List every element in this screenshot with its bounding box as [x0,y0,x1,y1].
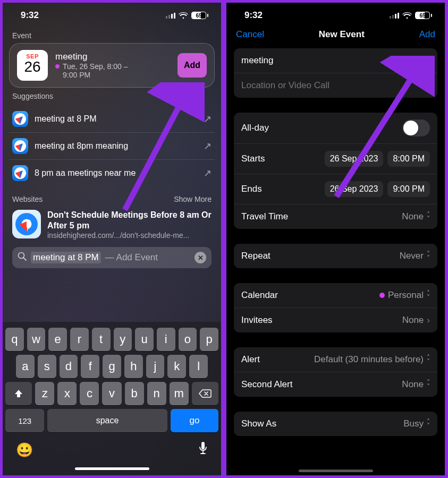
key-m[interactable]: m [170,382,189,405]
wifi-icon [402,12,412,19]
svg-rect-2 [201,442,205,449]
cellular-signal-icon [166,13,175,19]
suggestion-item[interactable]: meeting at 8pm meaning ↗ [9,132,215,159]
clear-search-button[interactable]: ✕ [195,252,206,263]
cancel-button[interactable]: Cancel [236,29,264,40]
spotlight-search-screen: 9:32 65 Event SEP 26 [1,1,223,477]
stepper-icon: ˄˅ [427,252,430,261]
stepper-icon: ˄˅ [427,380,430,389]
dictation-key[interactable] [198,441,208,459]
end-date-picker[interactable]: 26 Sep 2023 [325,181,384,197]
alert-row[interactable]: Alert Default (30 minutes before)˄˅ [234,347,437,372]
chevron-right-icon: › [427,315,430,326]
svg-line-1 [23,258,26,260]
suggestions-header: Suggestions [12,92,212,100]
space-key[interactable]: space [47,409,167,432]
calendar-date-icon: SEP 26 [17,50,48,81]
key-w[interactable]: w [27,328,46,351]
title-field[interactable]: meeting [234,48,437,73]
safari-app-icon [12,210,41,238]
location-field[interactable]: Location or Video Call [234,73,437,98]
key-c[interactable]: c [80,382,99,405]
status-time: 9:32 [244,10,263,21]
fill-arrow-icon[interactable]: ↗ [204,113,212,125]
event-section-header: Event [12,31,212,40]
battery-icon: 65 [191,12,208,19]
keyboard: qwertyuiop asdfghjkl zxcvbnm 123 space g… [3,322,221,475]
key-f[interactable]: f [81,355,99,378]
key-v[interactable]: v [102,382,121,405]
key-s[interactable]: s [38,355,56,378]
key-p[interactable]: p [200,328,218,351]
key-j[interactable]: j [146,355,165,378]
travel-time-row[interactable]: Travel Time None˄˅ [234,204,437,229]
website-result[interactable]: Don't Schedule Meetings Before 8 am Or A… [9,208,215,242]
stepper-icon: ˄˅ [427,420,430,429]
key-n[interactable]: n [147,382,166,405]
key-l[interactable]: l [189,355,208,378]
key-g[interactable]: g [103,355,121,378]
all-day-toggle[interactable] [402,120,430,136]
show-as-row[interactable]: Show As Busy˄˅ [234,412,437,436]
navigation-bar: Cancel New Event Add [226,25,445,48]
stepper-icon: ˄˅ [427,355,430,364]
key-h[interactable]: h [124,355,143,378]
go-key[interactable]: go [171,409,218,432]
second-alert-row[interactable]: Second Alert None˄˅ [234,372,437,397]
key-q[interactable]: q [5,328,24,351]
key-u[interactable]: u [135,328,154,351]
safari-icon [12,111,28,127]
calendar-row[interactable]: Calendar Personal˄˅ [234,283,437,308]
battery-icon: 65 [415,12,432,19]
delete-key[interactable] [192,382,218,405]
alert-group: Alert Default (30 minutes before)˄˅ Seco… [234,347,437,397]
key-a[interactable]: a [16,355,35,378]
emoji-key[interactable]: 😀 [16,442,33,458]
add-event-button[interactable]: Add [177,53,207,78]
home-indicator[interactable] [75,467,149,470]
start-date-picker[interactable]: 26 Sep 2023 [325,151,384,167]
add-button[interactable]: Add [419,29,435,40]
key-d[interactable]: d [60,355,78,378]
repeat-row[interactable]: Repeat Never˄˅ [234,244,437,268]
stepper-icon: ˄˅ [427,212,430,221]
website-title: Don't Schedule Meetings Before 8 am Or A… [47,210,212,231]
key-o[interactable]: o [179,328,197,351]
show-more-button[interactable]: Show More [174,195,212,203]
suggestion-item[interactable]: 8 pm aa meetings near me ↗ [9,159,215,186]
shift-key[interactable] [5,382,32,405]
key-x[interactable]: x [57,382,77,405]
key-k[interactable]: k [167,355,186,378]
spotlight-search-field[interactable]: meeting at 8 PM — Add Event ✕ [12,247,212,268]
key-y[interactable]: y [114,328,132,351]
home-indicator[interactable] [299,470,373,472]
key-e[interactable]: e [48,328,67,351]
fill-arrow-icon[interactable]: ↗ [204,140,212,152]
safari-icon [12,165,28,181]
numbers-key[interactable]: 123 [5,409,44,432]
search-suffix-text: — Add Event [105,252,158,263]
search-icon [18,252,27,263]
show-as-group: Show As Busy˄˅ [234,412,437,436]
key-r[interactable]: r [70,328,89,351]
calendar-invitees-group: Calendar Personal˄˅ Invitees None› [234,283,437,332]
key-b[interactable]: b [125,382,144,405]
status-bar: 9:32 65 [3,3,221,25]
cellular-signal-icon [390,13,399,19]
key-t[interactable]: t [92,328,111,351]
key-i[interactable]: i [157,328,175,351]
calendar-color-dot [379,293,385,298]
invitees-row[interactable]: Invitees None› [234,308,437,332]
status-time: 9:32 [21,10,39,21]
key-z[interactable]: z [35,382,54,405]
status-bar: 9:32 65 [226,3,445,25]
websites-header: Websites [12,195,43,203]
end-time-picker[interactable]: 9:00 PM [387,181,430,197]
start-time-picker[interactable]: 8:00 PM [387,151,430,167]
wifi-icon [179,12,188,19]
datetime-group: All-day Starts 26 Sep 2023 8:00 PM Ends … [234,113,437,229]
fill-arrow-icon[interactable]: ↗ [204,167,212,179]
calendar-color-dot [55,64,60,69]
suggestion-item[interactable]: meeting at 8 PM ↗ [9,106,215,132]
event-suggestion-card[interactable]: SEP 26 meeting Tue, 26 Sep, 8:00 – 9:00 … [9,43,215,88]
